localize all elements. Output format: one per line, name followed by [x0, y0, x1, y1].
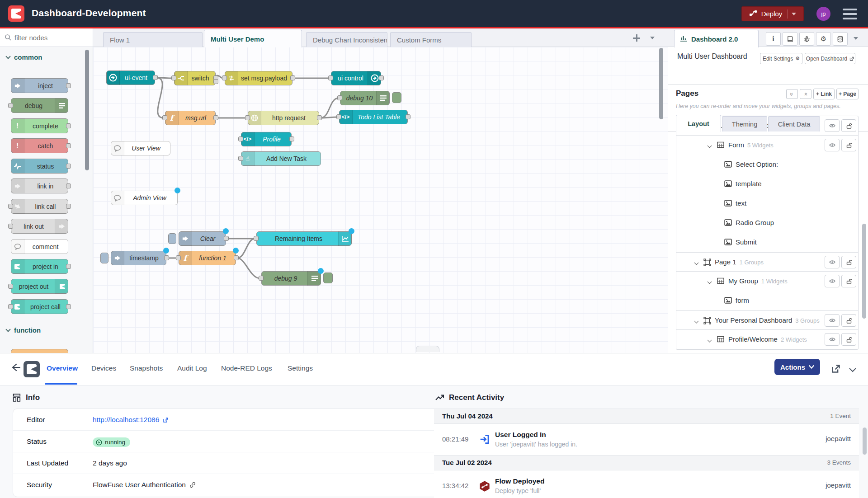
output-port[interactable]	[213, 115, 218, 120]
palette-node-link-out[interactable]: link out	[11, 219, 68, 234]
flow-node-user-view-comment[interactable]: User View	[111, 141, 170, 155]
output-port[interactable]	[234, 255, 239, 260]
palette-node-comment[interactable]: comment	[11, 239, 68, 254]
add-link-button[interactable]: + Link	[813, 89, 835, 99]
sidebar-tab-layout[interactable]: Layout	[676, 115, 721, 132]
tab-node-red-logs[interactable]: Node-RED Logs	[221, 364, 272, 372]
collapse-panel-icon[interactable]	[849, 366, 856, 374]
input-port[interactable]	[176, 255, 181, 260]
input-port[interactable]	[259, 276, 264, 281]
sidebar-menu-caret-icon[interactable]	[854, 37, 858, 40]
flow-tab-flow1[interactable]: Flow 1	[103, 32, 203, 47]
flow-node-msg-url[interactable]: f msg.url	[165, 111, 216, 125]
palette-node-catch[interactable]: ! catch	[11, 138, 68, 153]
tree-row-page[interactable]: Page 11 Groups	[676, 252, 858, 272]
add-page-button[interactable]: + Page	[836, 89, 859, 99]
output-port-2[interactable]	[213, 79, 218, 84]
flow-node-switch[interactable]: switch	[174, 71, 216, 85]
chevron-down-icon[interactable]	[708, 338, 712, 343]
editor-link[interactable]: http://localhost:12086	[93, 416, 159, 424]
palette-node-inject[interactable]: inject	[11, 78, 68, 93]
tree-row-group[interactable]: Form5 Widgets	[676, 136, 858, 155]
input-port[interactable]	[238, 156, 243, 161]
tree-row-widget[interactable]: text	[676, 194, 858, 213]
sidebar-scrollbar[interactable]	[862, 224, 866, 319]
palette-node-project-call[interactable]: project call	[11, 299, 68, 314]
flow-node-ui-event[interactable]: ui-event	[106, 70, 155, 85]
chevron-down-icon[interactable]	[694, 261, 699, 265]
palette-node-status[interactable]: status	[11, 159, 68, 174]
flow-node-http-request[interactable]: http request	[248, 111, 319, 125]
output-port[interactable]	[290, 75, 295, 80]
lock-button[interactable]	[841, 139, 856, 151]
deploy-caret-icon[interactable]	[792, 13, 796, 15]
flow-node-add-new-task[interactable]: ☝ Add New Task	[241, 151, 321, 166]
debug-toggle-button[interactable]	[392, 92, 401, 103]
edit-settings-button[interactable]: Edit Settings ⚙	[760, 53, 802, 64]
debug-sidebar-button[interactable]	[799, 32, 814, 46]
actions-button[interactable]: Actions	[774, 359, 820, 375]
context-sidebar-button[interactable]	[833, 32, 848, 46]
help-sidebar-button[interactable]	[783, 32, 797, 46]
back-button[interactable]	[10, 362, 21, 374]
tab-settings[interactable]: Settings	[288, 364, 313, 372]
panel-scrollbar[interactable]	[863, 428, 867, 455]
canvas-scrollbar[interactable]	[659, 48, 663, 119]
tree-row-widget[interactable]: Radio Group	[676, 213, 858, 233]
flow-node-timestamp-inject[interactable]: timestamp	[111, 251, 166, 265]
flow-tab-custom-forms[interactable]: Custom Forms	[390, 32, 472, 47]
chevron-down-icon[interactable]	[708, 144, 712, 148]
palette-node-complete[interactable]: ! complete	[11, 118, 68, 133]
collapse-all-button[interactable]: »	[786, 89, 798, 99]
info-sidebar-button[interactable]: i	[766, 32, 781, 46]
lock-button[interactable]	[841, 314, 856, 327]
output-port[interactable]	[153, 75, 158, 80]
palette-node-link-call[interactable]: link call	[11, 199, 68, 214]
lock-button[interactable]	[841, 119, 856, 132]
input-port[interactable]	[254, 236, 259, 241]
tree-row-page[interactable]: Your Personal Dashboard3 Groups	[676, 310, 858, 330]
flow-tab-debug-chart[interactable]: Debug Chart Inconsistence S	[306, 32, 387, 47]
lock-button[interactable]	[841, 333, 856, 346]
tree-row-group[interactable]: My Group1 Widgets	[676, 272, 858, 291]
visibility-button[interactable]	[825, 256, 840, 268]
palette-scrollbar[interactable]	[85, 50, 89, 170]
visibility-button[interactable]	[825, 333, 840, 346]
flow-node-debug-10[interactable]: debug 10	[340, 91, 390, 105]
palette-node-link-in[interactable]: link in	[11, 179, 68, 193]
flow-node-set-msg-payload[interactable]: set msg.payload	[225, 71, 292, 85]
output-port[interactable]	[289, 136, 294, 141]
output-port[interactable]	[317, 115, 322, 120]
avatar[interactable]: jp	[816, 7, 830, 21]
flow-node-profile[interactable]: </> Profile	[241, 132, 292, 146]
visibility-button[interactable]	[825, 275, 840, 287]
flow-list-caret-icon[interactable]	[650, 37, 655, 39]
config-sidebar-button[interactable]: ⚙	[816, 32, 831, 46]
output-port[interactable]	[406, 114, 410, 119]
tree-row-widget[interactable]: template	[676, 174, 858, 194]
inject-button[interactable]	[100, 253, 108, 263]
chevron-down-icon[interactable]	[694, 319, 699, 324]
input-port[interactable]	[337, 95, 342, 100]
visibility-button[interactable]	[825, 314, 840, 327]
tree-row-widget[interactable]: Select Option:	[676, 155, 858, 174]
open-editor-icon[interactable]	[831, 364, 841, 376]
palette-node-project-out[interactable]: project out	[11, 279, 68, 294]
search-input[interactable]	[14, 32, 87, 43]
flow-canvas[interactable]: ui-event switch set msg.payload ui contr…	[93, 47, 668, 353]
tree-row-group[interactable]: Profile/Welcome2 Widgets	[676, 330, 858, 349]
palette-category-function[interactable]: function	[6, 326, 41, 334]
deploy-button[interactable]: Deploy	[741, 6, 804, 21]
tree-row-widget[interactable]: form	[676, 291, 858, 310]
inject-button[interactable]	[168, 233, 176, 244]
output-port[interactable]	[379, 75, 384, 80]
flow-node-remaining-items[interactable]: Remaining Items	[256, 231, 352, 246]
palette-category-common[interactable]: common	[6, 53, 42, 61]
tab-audit-log[interactable]: Audit Log	[177, 364, 207, 372]
flow-tab-multi-user-demo[interactable]: Multi User Demo	[204, 30, 302, 47]
input-port[interactable]	[336, 114, 341, 119]
flow-node-debug-9[interactable]: debug 9	[261, 271, 321, 286]
visibility-button[interactable]	[825, 119, 840, 132]
tab-snapshots[interactable]: Snapshots	[130, 364, 163, 372]
open-dashboard-button[interactable]: Open Dashboard	[805, 53, 855, 64]
